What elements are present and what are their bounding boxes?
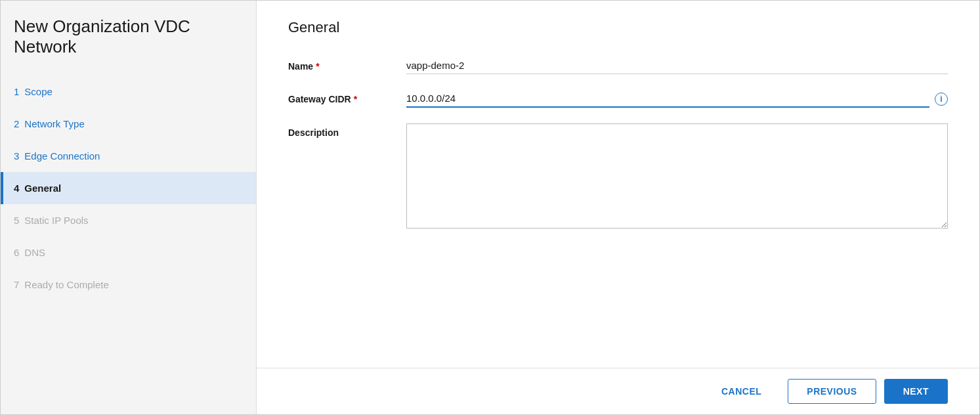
step-6-number: 6	[14, 247, 19, 258]
description-label: Description	[288, 123, 406, 138]
step-2-number: 2	[14, 118, 19, 129]
wizard-title: New Organization VDC Network	[1, 1, 256, 76]
step-3-number: 3	[14, 150, 19, 162]
gateway-cidr-input[interactable]	[406, 90, 929, 108]
step-2-label: Network Type	[24, 118, 84, 129]
sidebar-item-edge-connection[interactable]: 3 Edge Connection	[1, 140, 256, 172]
gateway-cidr-label: Gateway CIDR*	[288, 90, 406, 104]
description-field	[406, 123, 948, 229]
gateway-cidr-required-star: *	[354, 94, 357, 104]
sidebar-item-dns: 6 DNS	[1, 236, 256, 269]
main-panel: General Name* Gateway CIDR* i Descriptio…	[257, 1, 979, 414]
sidebar: New Organization VDC Network 1 Scope 2 N…	[1, 1, 257, 414]
step-1-label: Scope	[24, 86, 53, 97]
next-button[interactable]: NEXT	[884, 379, 948, 404]
name-required-star: *	[316, 61, 319, 72]
main-content: General Name* Gateway CIDR* i Descriptio…	[257, 1, 979, 368]
gateway-cidr-field: i	[406, 90, 948, 108]
footer: CANCEL PREVIOUS NEXT	[257, 368, 979, 414]
step-7-label: Ready to Complete	[24, 279, 108, 290]
step-5-number: 5	[14, 215, 19, 226]
step-6-label: DNS	[24, 247, 45, 258]
name-label: Name*	[288, 57, 406, 72]
step-4-label: General	[24, 183, 61, 194]
wizard-nav: 1 Scope 2 Network Type 3 Edge Connection…	[1, 76, 256, 414]
sidebar-item-general[interactable]: 4 General	[1, 172, 256, 204]
step-7-number: 7	[14, 279, 19, 290]
gateway-cidr-info-icon[interactable]: i	[935, 93, 948, 106]
description-textarea[interactable]	[406, 123, 948, 229]
description-row: Description	[288, 123, 948, 229]
section-title: General	[288, 19, 948, 36]
step-5-label: Static IP Pools	[24, 215, 88, 226]
name-input[interactable]	[406, 57, 948, 74]
name-field	[406, 57, 948, 74]
step-4-number: 4	[14, 183, 19, 194]
sidebar-item-scope[interactable]: 1 Scope	[1, 76, 256, 108]
sidebar-item-static-ip-pools: 5 Static IP Pools	[1, 204, 256, 236]
previous-button[interactable]: PREVIOUS	[788, 379, 876, 404]
step-3-label: Edge Connection	[24, 150, 100, 162]
sidebar-item-ready-to-complete: 7 Ready to Complete	[1, 269, 256, 301]
gateway-cidr-row: Gateway CIDR* i	[288, 90, 948, 108]
step-1-number: 1	[14, 86, 19, 97]
name-row: Name*	[288, 57, 948, 74]
cancel-button[interactable]: CANCEL	[703, 380, 780, 403]
sidebar-item-network-type[interactable]: 2 Network Type	[1, 108, 256, 140]
